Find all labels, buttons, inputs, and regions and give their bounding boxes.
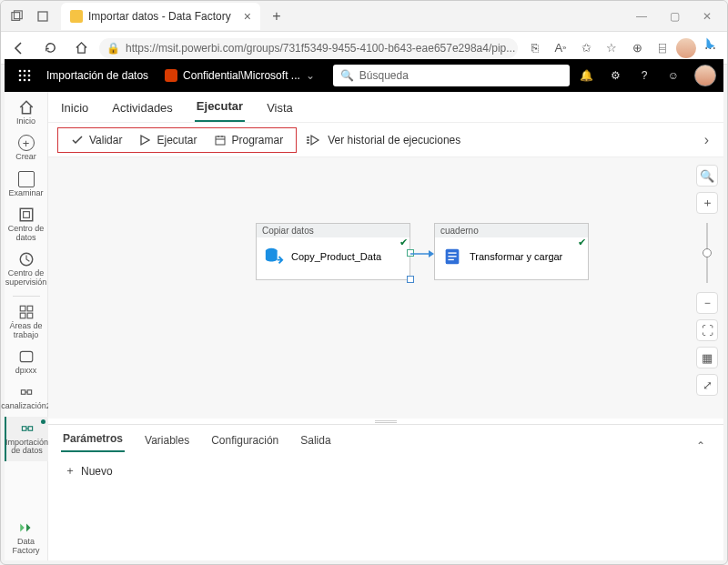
check-icon [71, 134, 84, 146]
back-button[interactable] [6, 35, 32, 61]
user-avatar[interactable] [694, 65, 716, 86]
notebook-icon [442, 247, 462, 267]
canvas-toolbar: 🔍 ＋ － ⛶ ▦ ⤢ [696, 165, 718, 396]
settings-icon[interactable]: ⚙ [607, 69, 623, 82]
svg-point-3 [19, 70, 22, 73]
tab-list-icon[interactable] [30, 4, 56, 29]
tab-actions-icon[interactable] [5, 4, 30, 29]
nav-ws-import-data[interactable]: Importación de datos [5, 417, 48, 461]
node-label: Copy_Product_Data [291, 251, 381, 262]
left-nav-rail: Inicio +Crear Examinar Centro de datos C… [5, 92, 48, 560]
refresh-button[interactable] [37, 35, 63, 61]
execute-button[interactable]: Ejecutar [131, 130, 204, 150]
svg-point-11 [28, 79, 31, 82]
minimize-button[interactable]: — [625, 4, 658, 29]
nav-data-factory[interactable]: Data Factory [5, 516, 48, 560]
zoom-knob[interactable] [703, 248, 712, 257]
zoom-in-icon[interactable]: ＋ [696, 192, 718, 214]
run-toolbar: Validar Ejecutar Programar Ver historial… [48, 123, 723, 157]
schedule-button[interactable]: Programar [207, 130, 291, 150]
new-parameter-button[interactable]: ＋ Nuevo [65, 463, 707, 479]
tab-run[interactable]: Ejecutar [195, 92, 245, 122]
collapse-icon[interactable]: ⤢ [696, 374, 718, 396]
zoom-to-fit-icon[interactable]: 🔍 [696, 165, 718, 187]
svg-point-10 [24, 79, 26, 82]
svg-rect-2 [38, 12, 47, 21]
search-icon: 🔍 [340, 69, 354, 82]
collapse-panel-icon[interactable]: ⌃ [696, 439, 711, 452]
node-header: cuaderno [435, 224, 588, 237]
collections-icon[interactable]: ⊕ [625, 36, 649, 60]
nav-create[interactable]: +Crear [5, 131, 48, 166]
zoom-out-icon[interactable]: － [696, 292, 718, 314]
search-placeholder: Búsqueda [359, 69, 409, 82]
tab-variables[interactable]: Variables [143, 429, 191, 452]
svg-point-6 [19, 75, 22, 77]
tab-parameters[interactable]: Parámetros [61, 427, 125, 452]
feedback-icon[interactable]: ☺ [665, 69, 682, 82]
app-header: Importación de datos Confidential\Micros… [5, 59, 723, 92]
close-icon[interactable]: × [244, 9, 251, 24]
tab-config[interactable]: Configuración [209, 429, 280, 452]
breadcrumb[interactable]: Importación de datos [37, 69, 157, 82]
svg-rect-19 [20, 351, 33, 361]
output-port-alt[interactable] [407, 276, 414, 283]
app-launcher-icon[interactable] [12, 69, 37, 82]
tab-output[interactable]: Salida [298, 429, 332, 452]
notifications-icon[interactable]: 🔔 [578, 69, 594, 82]
browser-tab[interactable]: Importar datos - Data Factory × [61, 3, 260, 30]
help-icon[interactable]: ? [636, 69, 652, 82]
profile-avatar[interactable] [676, 38, 696, 58]
extensions-icon[interactable]: ⌸ [651, 36, 674, 60]
tab-activities[interactable]: Actividades [110, 94, 174, 122]
home-button[interactable] [68, 35, 94, 61]
nav-home[interactable]: Inicio [5, 96, 48, 131]
read-aloud-icon[interactable]: ⎘ [523, 36, 547, 60]
svg-point-8 [28, 75, 31, 77]
chevron-right-icon[interactable]: › [704, 132, 714, 148]
folder-icon [18, 171, 35, 187]
lock-icon: 🔒 [106, 42, 120, 55]
validate-button[interactable]: Validar [64, 130, 129, 150]
node-copy-data[interactable]: Copiar datos Copy_Product_Data ✔ [256, 223, 410, 280]
text-size-icon[interactable]: A» [549, 36, 572, 60]
pipeline-canvas[interactable]: Copiar datos Copy_Product_Data ✔ cuadern… [48, 157, 723, 419]
node-notebook[interactable]: cuaderno Transformar y cargar ✔ [434, 223, 589, 280]
zoom-slider[interactable] [706, 223, 708, 283]
fit-icon[interactable]: ⛶ [696, 319, 718, 341]
svg-rect-15 [20, 306, 25, 311]
sensitivity-label[interactable]: Confidential\Microsoft ... ⌄ [157, 69, 322, 82]
svg-rect-16 [27, 306, 33, 311]
browser-titlebar: Importar datos - Data Factory × + — ▢ ✕ [1, 1, 727, 32]
active-dot [41, 419, 46, 424]
sensitivity-text: Confidential\Microsoft ... [183, 69, 300, 82]
favorite-icon[interactable]: ✩ [574, 36, 598, 60]
maximize-button[interactable]: ▢ [658, 4, 691, 29]
svg-rect-29 [448, 259, 453, 260]
nav-datacenter[interactable]: Centro de datos [5, 203, 48, 247]
nav-ws-dpxxx[interactable]: dpxxx [5, 345, 48, 380]
favorites-bar-icon[interactable]: ☆ [600, 36, 623, 60]
url-bar[interactable]: 🔒 https://msit.powerbi.com/groups/731f53… [99, 38, 518, 58]
tab-title: Importar datos - Data Factory [88, 10, 231, 23]
ribbon-tabs: Inicio Actividades Ejecutar Vista [48, 92, 723, 123]
minimap-icon[interactable]: ▦ [696, 347, 718, 368]
search-input[interactable]: 🔍 Búsqueda [333, 65, 570, 86]
new-tab-button[interactable]: + [266, 8, 288, 25]
svg-point-5 [28, 70, 31, 73]
highlighted-buttons: Validar Ejecutar Programar [57, 127, 297, 153]
tab-view[interactable]: Vista [265, 94, 295, 122]
nav-monitor[interactable]: Centro de supervisión [5, 247, 48, 292]
run-history-button[interactable]: Ver historial de ejecuciones [306, 134, 460, 146]
tab-home[interactable]: Inicio [59, 94, 90, 122]
svg-rect-18 [27, 313, 33, 318]
svg-rect-24 [216, 136, 225, 145]
nav-browse[interactable]: Examinar [5, 167, 48, 203]
nav-workspaces[interactable]: Áreas de trabajo [5, 300, 48, 345]
nav-ws-pipeline2[interactable]: canalización2 [5, 380, 48, 416]
svg-rect-23 [28, 427, 33, 431]
svg-point-7 [24, 75, 26, 77]
tab-favicon [70, 10, 83, 23]
svg-rect-27 [448, 252, 456, 253]
chevron-down-icon: ⌄ [306, 69, 315, 82]
